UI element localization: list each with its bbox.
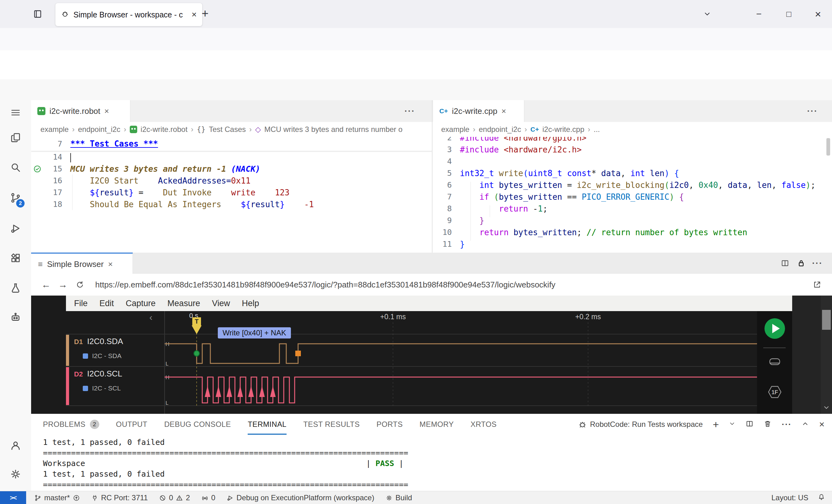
panel-tab-debug-console[interactable]: DEBUG CONSOLE [164,414,231,434]
menu-edit[interactable]: Edit [100,299,114,308]
extensions-sidebar-icon[interactable] [9,251,22,265]
editor-group-divider[interactable] [432,100,433,253]
hex-display-button[interactable]: 1F [767,384,782,401]
channel-I2C0.SDA[interactable]: D1I2C0.SDAI2C - SDA [66,334,164,367]
breadcrumb-item[interactable]: ... [594,125,600,134]
code-line: 5int32_t write(uint8_t const* data, int … [433,167,832,179]
open-external-icon[interactable] [809,276,825,293]
panel-tab-problems[interactable]: PROBLEMS2 [43,414,99,434]
robotcode-icon[interactable] [9,311,22,324]
breadcrumb-item[interactable]: Test Cases [209,125,246,134]
scrollbar-thumb[interactable] [822,310,831,330]
menu-capture[interactable]: Capture [126,299,156,308]
menu-file[interactable]: File [74,299,88,308]
editor-scrollbar[interactable] [826,138,830,156]
editor-actions-more-icon[interactable]: ··· [807,100,818,122]
new-terminal-icon[interactable]: + [713,419,719,431]
build-status[interactable]: Build [386,494,412,502]
split-terminal-icon[interactable] [746,420,754,429]
panel-tab-xrtos[interactable]: XRTOS [470,414,497,434]
close-tab-icon[interactable]: × [501,106,506,116]
sync-icon [73,494,80,502]
menu-hamburger-icon[interactable] [9,106,22,120]
window-close-button[interactable]: × [810,7,826,21]
decoder-label[interactable]: I2C - SDA [92,352,122,360]
keyboard-layout-status[interactable]: Layout: US [771,494,808,502]
accounts-icon[interactable] [9,439,22,452]
notifications-bell-icon[interactable] [818,493,825,502]
panel-tab-memory[interactable]: MEMORY [419,414,453,434]
terminal-dropdown-icon[interactable] [729,420,735,428]
close-panel-icon[interactable]: × [819,419,825,430]
breadcrumb-item[interactable]: example [441,125,469,134]
breadcrumb-separator: › [72,125,75,134]
search-sidebar-icon[interactable] [9,161,22,174]
tab-close-icon[interactable]: × [192,10,197,20]
browser-tab[interactable]: Simple Browser - workspace - c × [55,3,202,26]
tab-i2c-write-cpp[interactable]: C+ i2c-write.cpp × [433,100,524,122]
tab-overflow-icon[interactable] [699,7,715,21]
code-line: 2#include <hardware/gpio.h> [433,137,832,144]
decoder-chip-icon[interactable] [83,353,88,359]
library-icon[interactable] [30,7,45,21]
menu-view[interactable]: View [212,299,230,308]
debug-launch-status[interactable]: Debug on ExecutionPlatform (workspace) [227,494,374,502]
sb-url-input[interactable]: https://ep.embeff.com/88dc1ef35301481b98… [95,274,811,296]
sb-forward-icon[interactable]: → [55,276,71,293]
capture-run-button[interactable] [764,318,785,339]
menu-help[interactable]: Help [242,299,259,308]
test-explorer-icon[interactable] [9,281,22,295]
menu-measure[interactable]: Measure [167,299,200,308]
kill-terminal-icon[interactable] [763,420,772,429]
close-tab-icon[interactable]: × [108,260,113,269]
decoder-label[interactable]: I2C - SCL [92,384,121,392]
trigger-flag[interactable]: T [192,317,201,325]
cpp-editor[interactable]: 2#include <hardware/gpio.h>3#include <ha… [433,137,832,253]
rc-port-status[interactable]: RC Port: 3711 [91,494,148,502]
window-maximize-button[interactable]: □ [781,7,797,21]
webview-scrollbar[interactable] [821,296,832,414]
panel-more-icon[interactable]: ··· [810,253,825,274]
run-debug-icon[interactable] [9,221,22,235]
new-tab-button[interactable]: + [202,7,208,20]
breadcrumb-item[interactable]: i2c-write.robot [141,125,188,134]
trigger-marker-icon[interactable] [192,325,202,334]
tab-simple-browser[interactable]: ≡ Simple Browser × [31,253,133,275]
explorer-icon[interactable] [9,131,22,144]
remote-indicator[interactable]: >< [0,491,26,504]
breadcrumb-item[interactable]: endpoint_i2c [479,125,521,134]
device-button[interactable] [767,355,782,371]
i2c-decode-annotation[interactable]: Write [0x40] + NAK [218,327,291,339]
test-pass-icon[interactable] [31,163,44,175]
maximize-panel-icon[interactable] [802,420,809,429]
panel-tab-test-results[interactable]: TEST RESULTS [303,414,360,434]
panel-more-icon[interactable]: ··· [782,420,791,429]
settings-gear-icon[interactable] [9,467,22,481]
problems-status[interactable]: 0 2 [159,494,190,502]
editor-actions-more-icon[interactable]: ··· [405,100,415,122]
terminal-session-label[interactable]: RobotCode: Run Tests workspace [578,420,703,429]
split-editor-icon[interactable] [777,253,793,274]
panel-tab-terminal[interactable]: TERMINAL [248,414,287,434]
branch-status[interactable]: master* [34,494,80,502]
ports-status[interactable]: 0 [201,494,215,502]
robot-editor[interactable]: 7*** Test Cases ***1415MCU writes 3 byte… [31,137,432,253]
breadcrumb-item[interactable]: endpoint_i2c [78,125,121,134]
terminal-output[interactable]: 1 test, 1 passed, 0 failed==============… [43,437,408,490]
decoder-chip-icon[interactable] [83,386,88,391]
breadcrumb-item[interactable]: MCU writes 3 bytes and returns number o [264,125,402,134]
panel-tab-output[interactable]: OUTPUT [116,414,148,434]
panel-tabs: PROBLEMS2OUTPUTDEBUG CONSOLETERMINALTEST… [31,414,497,434]
lock-preview-icon[interactable] [794,253,809,274]
close-tab-icon[interactable]: × [104,106,109,116]
scroll-down-icon[interactable] [823,404,830,413]
panel-tab-ports[interactable]: PORTS [376,414,402,434]
waveform[interactable]: 0 s +0.1 ms +0.2 ms ‹ H L H L [66,311,757,414]
window-minimize-button[interactable]: − [751,7,766,21]
breadcrumb-item[interactable]: i2c-write.cpp [542,125,584,134]
channel-I2C0.SCL[interactable]: D2I2C0.SCLI2C - SCL [66,367,164,406]
tab-i2c-write-robot[interactable]: i2c-write.robot × [31,100,130,122]
breadcrumb-item[interactable]: example [41,125,69,134]
sb-reload-icon[interactable] [72,276,88,293]
sb-back-icon[interactable]: ← [38,276,54,293]
